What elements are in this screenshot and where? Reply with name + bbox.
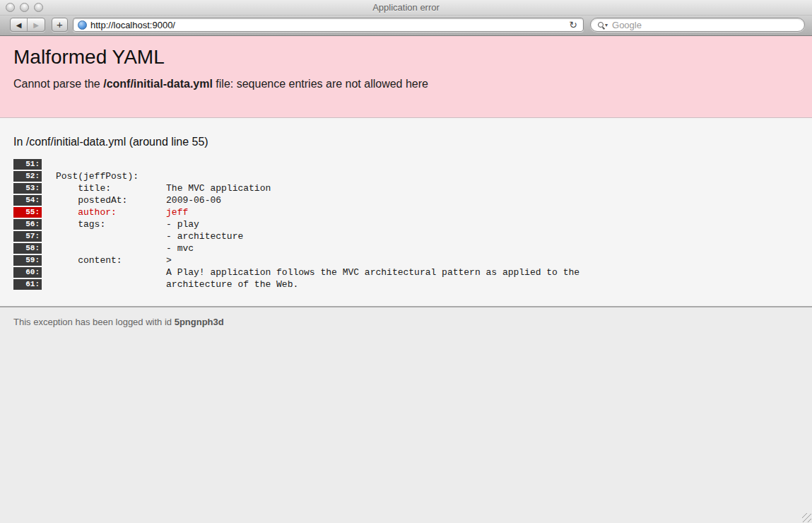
code-line: 58: - mvc bbox=[13, 242, 798, 254]
browser-window: Application error ◀ ▶ + http://localhost… bbox=[0, 0, 812, 523]
code-line: 52:Post(jeffPost): bbox=[13, 170, 798, 182]
line-code: architecture of the Web. bbox=[56, 278, 298, 290]
back-button[interactable]: ◀ bbox=[11, 18, 28, 31]
exception-log-text: This exception has been logged with id 5… bbox=[13, 317, 798, 327]
line-code: postedAt: 2009-06-06 bbox=[56, 194, 221, 206]
reload-icon[interactable]: ↻ bbox=[567, 19, 579, 30]
line-code: - architecture bbox=[56, 230, 243, 242]
error-description-prefix: Cannot parse the bbox=[13, 78, 103, 90]
search-dropdown-caret-icon[interactable]: ▾ bbox=[605, 22, 608, 28]
minimize-window-button[interactable] bbox=[20, 3, 29, 12]
code-line: 55: author: jeff bbox=[13, 206, 798, 218]
code-listing: 51:52:Post(jeffPost):53: title: The MVC … bbox=[13, 158, 798, 290]
titlebar: Application error bbox=[0, 0, 812, 16]
globe-favicon-icon bbox=[78, 20, 87, 30]
line-number-badge: 59: bbox=[13, 255, 42, 266]
code-line: 61: architecture of the Web. bbox=[13, 278, 798, 290]
line-number-badge: 53: bbox=[13, 183, 42, 194]
page-content: Malformed YAML Cannot parse the /conf/in… bbox=[0, 36, 812, 523]
forward-button[interactable]: ▶ bbox=[28, 18, 45, 31]
code-line: 59: content: > bbox=[13, 254, 798, 266]
search-icon bbox=[598, 22, 604, 28]
error-title: Malformed YAML bbox=[13, 45, 798, 69]
source-heading: In /conf/initial-data.yml (around line 5… bbox=[13, 136, 798, 148]
traffic-lights bbox=[6, 3, 43, 12]
line-number-badge: 60: bbox=[13, 267, 42, 278]
error-file-path: /conf/initial-data.yml bbox=[103, 78, 213, 90]
line-code: content: > bbox=[56, 254, 172, 266]
zoom-window-button[interactable] bbox=[34, 3, 43, 12]
line-number-badge: 55: bbox=[13, 207, 42, 218]
close-window-button[interactable] bbox=[6, 3, 15, 12]
code-line: 57: - architecture bbox=[13, 230, 798, 242]
error-banner: Malformed YAML Cannot parse the /conf/in… bbox=[0, 36, 812, 118]
search-field[interactable]: ▾ Google bbox=[590, 18, 805, 32]
line-number-badge: 52: bbox=[13, 171, 42, 182]
line-code: - mvc bbox=[56, 242, 194, 254]
browser-toolbar: ◀ ▶ + http://localhost:9000/ ↻ ▾ Google bbox=[0, 16, 812, 36]
resize-grip-icon[interactable] bbox=[802, 513, 811, 522]
code-line: 60: A Play! application follows the MVC … bbox=[13, 266, 798, 278]
error-description-suffix: file: sequence entries are not allowed h… bbox=[213, 78, 428, 90]
nav-buttons: ◀ ▶ bbox=[10, 18, 45, 32]
line-code: Post(jeffPost): bbox=[56, 170, 139, 182]
code-line: 54: postedAt: 2009-06-06 bbox=[13, 194, 798, 206]
line-code: tags: - play bbox=[56, 218, 199, 230]
window-title: Application error bbox=[0, 2, 812, 13]
line-code: title: The MVC application bbox=[56, 182, 271, 194]
line-number-badge: 58: bbox=[13, 243, 42, 254]
exception-log-id: 5pngnph3d bbox=[175, 317, 224, 327]
address-bar-url[interactable]: http://localhost:9000/ bbox=[90, 20, 567, 30]
exception-log-prefix: This exception has been logged with id bbox=[13, 317, 175, 327]
source-section: In /conf/initial-data.yml (around line 5… bbox=[0, 118, 812, 306]
error-description: Cannot parse the /conf/initial-data.yml … bbox=[13, 78, 798, 90]
line-number-badge: 51: bbox=[13, 159, 42, 170]
line-number-badge: 61: bbox=[13, 279, 42, 290]
line-number-badge: 57: bbox=[13, 231, 42, 242]
address-bar[interactable]: http://localhost:9000/ ↻ bbox=[73, 18, 584, 32]
exception-footer: This exception has been logged with id 5… bbox=[0, 306, 812, 523]
line-code: author: jeff bbox=[56, 206, 188, 218]
back-arrow-icon: ◀ bbox=[16, 21, 22, 29]
code-line: 56: tags: - play bbox=[13, 218, 798, 230]
search-placeholder-text: Google bbox=[612, 20, 642, 30]
line-code: A Play! application follows the MVC arch… bbox=[56, 266, 579, 278]
forward-arrow-icon: ▶ bbox=[33, 21, 39, 29]
code-line: 53: title: The MVC application bbox=[13, 182, 798, 194]
code-line: 51: bbox=[13, 158, 798, 170]
line-number-badge: 54: bbox=[13, 195, 42, 206]
line-number-badge: 56: bbox=[13, 219, 42, 230]
new-tab-button[interactable]: + bbox=[52, 18, 68, 32]
